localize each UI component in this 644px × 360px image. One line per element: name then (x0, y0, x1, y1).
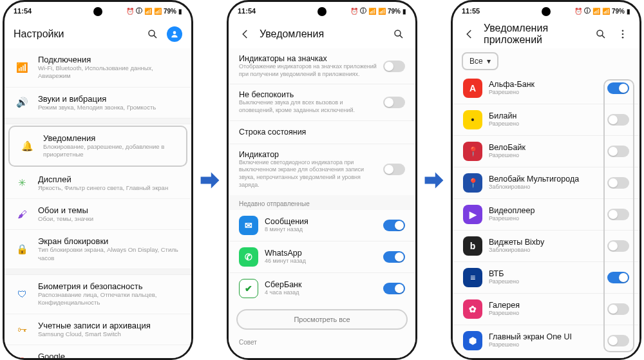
app-icon: ✿ (463, 299, 482, 319)
arrow-icon (421, 167, 448, 194)
app-name: ВелоБайк (489, 143, 601, 152)
camera-notch (317, 7, 327, 16)
notif-setting-3[interactable]: ИндикаторВключение светодиодного индикат… (229, 144, 415, 195)
app-status: Разрешено (489, 310, 601, 317)
settings-row-Google[interactable]: GGoogleНастройки Google (5, 345, 191, 358)
row-subtitle: Обои, темы, значки (38, 215, 181, 223)
toggle-switch[interactable] (607, 272, 629, 283)
tip-label: Совет (229, 335, 415, 346)
recent-app-row[interactable]: ✉Сообщения8 минут назад (229, 210, 415, 241)
row-subtitle: Тип блокировки экрана, Always On Display… (38, 246, 181, 262)
search-icon[interactable] (145, 26, 160, 42)
highlight-box: 🔔УведомленияБлокирование, разрешение, до… (8, 126, 187, 167)
app-icon: b (463, 236, 482, 256)
settings-row-Экран блокировки[interactable]: 🔒Экран блокировкиТип блокировки экрана, … (5, 229, 191, 269)
more-icon[interactable] (615, 26, 630, 42)
toggle-switch[interactable] (383, 220, 405, 231)
app-row[interactable]: •БилайнРазрешено (453, 104, 639, 135)
row-icon: 🛡 (15, 287, 29, 301)
app-status: Разрешено (489, 278, 601, 286)
settings-row-Учетные записи и архивация[interactable]: 🗝Учетные записи и архивацияSamsung Cloud… (5, 314, 191, 345)
row-title: Google (38, 352, 181, 358)
app-notifications-list: Все ▾ AАльфа-БанкРазрешено•БилайнРазреше… (453, 48, 639, 358)
toggle-switch[interactable] (607, 114, 629, 126)
header: Настройки (5, 20, 191, 48)
setting-title: Строка состояния (239, 128, 405, 137)
app-row[interactable]: ✿ГалереяРазрешено (453, 293, 639, 325)
status-time: 11:55 (462, 7, 480, 15)
app-status: Разрешено (489, 120, 601, 128)
recent-app-row[interactable]: ✔СберБанк4 часа назад (229, 272, 415, 304)
toggle-switch[interactable] (607, 177, 629, 189)
row-title: Обои и темы (38, 205, 181, 215)
row-icon: 🔊 (15, 95, 29, 109)
toggle-switch[interactable] (607, 303, 629, 315)
setting-subtitle: Выключение звука для всех вызовов и опов… (239, 99, 377, 114)
setting-title: Индикатор (239, 150, 377, 159)
notif-setting-2[interactable]: Строка состояния (229, 120, 415, 144)
notif-setting-0[interactable]: Индикаторы на значкахОтображение индикат… (229, 48, 415, 84)
camera-notch (542, 7, 551, 16)
row-subtitle: Режим звука, Мелодия звонка, Громкость (38, 104, 181, 111)
toggle-switch[interactable] (383, 283, 405, 294)
search-icon[interactable] (593, 26, 609, 42)
app-name: Велобайк Мультигорода (489, 175, 601, 184)
status-icons: ⏰ⓘ📶📶 79%▮ (574, 6, 630, 15)
row-icon: 🗝 (15, 322, 29, 336)
app-icon: A (463, 79, 482, 98)
settings-row-Подключения[interactable]: 📶ПодключенияWi-Fi, Bluetooth, Использова… (5, 48, 191, 87)
app-icon: ✔ (239, 279, 258, 298)
settings-row-Биометрия и безопасность[interactable]: 🛡Биометрия и безопасностьРаспознавание л… (5, 275, 191, 314)
toggle-switch[interactable] (607, 335, 629, 346)
filter-dropdown[interactable]: Все ▾ (462, 52, 498, 70)
settings-row-Обои и темы[interactable]: 🖌Обои и темыОбои, темы, значки (5, 198, 191, 229)
app-icon: ≡ (463, 268, 482, 287)
phone-app-notifications: 11:55 ⏰ⓘ📶📶 79%▮ Уведомления приложений В… (451, 0, 641, 360)
view-all-button[interactable]: Просмотреть все (236, 309, 408, 330)
section-divider (5, 118, 191, 124)
app-status: Разрешено (489, 152, 601, 160)
settings-row-Дисплей[interactable]: ✳ДисплейЯркость, Фильтр синего света, Гл… (5, 168, 191, 198)
toggle-switch[interactable] (607, 209, 629, 220)
app-row[interactable]: ⬢Главный экран One UIРазрешено (453, 325, 639, 356)
toggle-switch[interactable] (383, 61, 405, 72)
row-title: Экран блокировки (38, 236, 181, 246)
svg-point-2 (173, 31, 176, 34)
settings-row-Звуки и вибрация[interactable]: 🔊Звуки и вибрацияРежим звука, Мелодия зв… (5, 87, 191, 118)
search-icon[interactable] (391, 26, 406, 42)
recent-app-row[interactable]: ✆WhatsApp46 минут назад (229, 241, 415, 272)
app-row[interactable]: 📍Велобайк МультигородаЗаблокировано (453, 167, 639, 198)
row-title: Биометрия и безопасность (38, 281, 181, 291)
toggle-switch[interactable] (607, 146, 629, 157)
app-row[interactable]: AАльфа-БанкРазрешено (453, 73, 639, 104)
settings-row-Уведомления[interactable]: 🔔УведомленияБлокирование, разрешение, до… (10, 127, 186, 166)
toggle-switch[interactable] (607, 82, 629, 94)
app-row[interactable]: ▶ВидеоплеерРазрешено (453, 198, 639, 230)
notif-setting-1[interactable]: Не беспокоитьВыключение звука для всех в… (229, 84, 415, 120)
toggle-switch[interactable] (607, 240, 629, 252)
app-row[interactable]: bВиджеты BixbyЗаблокировано (453, 230, 639, 261)
toggle-switch[interactable] (383, 251, 405, 263)
toggle-switch[interactable] (383, 97, 405, 108)
app-name: Альфа-Банк (489, 80, 601, 89)
row-subtitle: Яркость, Фильтр синего света, Главный эк… (38, 184, 181, 192)
phone-settings: 11:54 ⏰ⓘ📶📶 79%▮ Настройки 📶ПодключенияWi… (3, 0, 193, 360)
row-icon: 🔒 (15, 242, 29, 256)
header: Уведомления приложений (453, 20, 639, 48)
profile-avatar[interactable] (167, 26, 182, 42)
app-row[interactable]: 📍ВелоБайкРазрешено (453, 135, 639, 167)
setting-title: Не беспокоить (239, 90, 377, 99)
row-title: Учетные записи и архивация (38, 321, 181, 330)
back-icon[interactable] (462, 26, 477, 42)
app-icon: ✆ (239, 247, 258, 267)
status-time: 11:54 (238, 7, 256, 15)
app-row[interactable]: ≡ВТБРазрешено (453, 261, 639, 293)
status-icons: ⏰ⓘ📶📶 79%▮ (350, 6, 406, 15)
back-icon[interactable] (238, 26, 253, 42)
app-name: Видеоплеер (489, 206, 601, 215)
toggle-switch[interactable] (383, 164, 405, 175)
page-title: Уведомления (260, 28, 384, 40)
row-icon: ✳ (15, 176, 29, 190)
phone-notifications: 11:54 ⏰ⓘ📶📶 79%▮ Уведомления Индикаторы н… (227, 0, 417, 360)
row-title: Уведомления (43, 133, 176, 143)
